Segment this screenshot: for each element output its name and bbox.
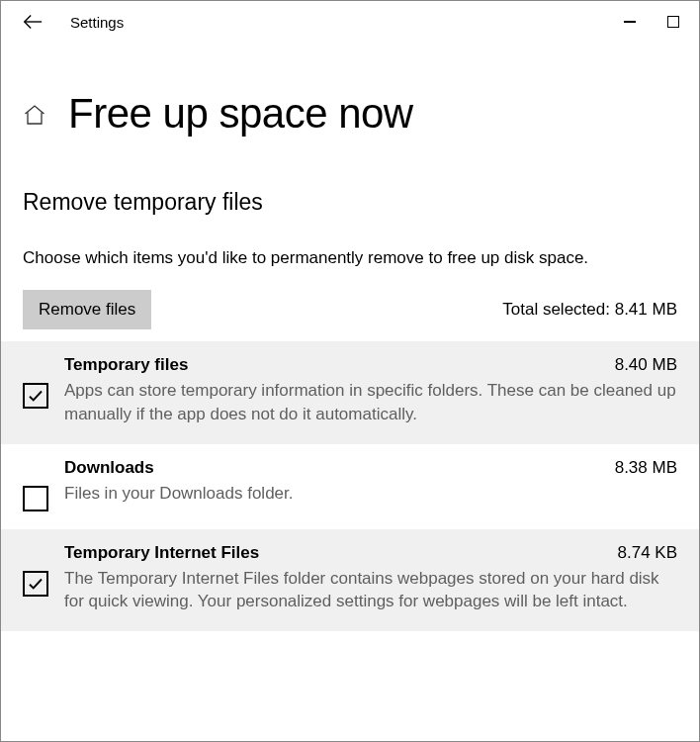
checkmark-icon <box>27 575 44 593</box>
maximize-button[interactable] <box>667 16 679 28</box>
app-title: Settings <box>70 14 124 31</box>
list-item: Temporary Internet Files 8.74 KB The Tem… <box>1 529 699 632</box>
remove-files-button[interactable]: Remove files <box>23 290 151 329</box>
checkbox-downloads[interactable] <box>23 486 48 511</box>
total-selected-label: Total selected: 8.41 MB <box>502 300 677 320</box>
section-description: Choose which items you'd like to permane… <box>23 247 677 270</box>
titlebar: Settings <box>1 1 699 43</box>
item-head: Downloads 8.38 MB <box>64 458 677 478</box>
window-controls <box>624 16 687 28</box>
back-arrow-icon <box>22 11 44 33</box>
item-size: 8.74 KB <box>618 543 678 563</box>
item-size: 8.38 MB <box>615 458 677 478</box>
section-title: Remove temporary files <box>23 189 677 216</box>
item-title: Temporary Internet Files <box>64 543 259 563</box>
home-icon[interactable] <box>23 103 46 131</box>
checkbox-temporary-internet-files[interactable] <box>23 571 48 597</box>
list-item: Temporary files 8.40 MB Apps can store t… <box>1 341 699 444</box>
item-head: Temporary files 8.40 MB <box>64 355 677 375</box>
item-description: The Temporary Internet Files folder cont… <box>64 567 677 614</box>
item-description: Apps can store temporary information in … <box>64 379 677 426</box>
action-row: Remove files Total selected: 8.41 MB <box>23 290 677 329</box>
item-title: Temporary files <box>64 355 188 375</box>
back-button[interactable] <box>13 3 52 41</box>
minimize-button[interactable] <box>624 21 636 23</box>
item-head: Temporary Internet Files 8.74 KB <box>64 543 677 563</box>
item-body: Temporary Internet Files 8.74 KB The Tem… <box>64 543 677 614</box>
item-size: 8.40 MB <box>615 355 677 375</box>
item-description: Files in your Downloads folder. <box>64 482 677 506</box>
checkmark-icon <box>27 387 44 405</box>
items-list: Temporary files 8.40 MB Apps can store t… <box>1 341 699 631</box>
item-title: Downloads <box>64 458 154 478</box>
list-item: Downloads 8.38 MB Files in your Download… <box>1 444 699 529</box>
item-body: Downloads 8.38 MB Files in your Download… <box>64 458 677 511</box>
item-body: Temporary files 8.40 MB Apps can store t… <box>64 355 677 426</box>
page-header: Free up space now <box>23 90 677 138</box>
content-area: Free up space now Remove temporary files… <box>1 90 699 631</box>
checkbox-temporary-files[interactable] <box>23 383 48 409</box>
page-title: Free up space now <box>68 90 413 138</box>
